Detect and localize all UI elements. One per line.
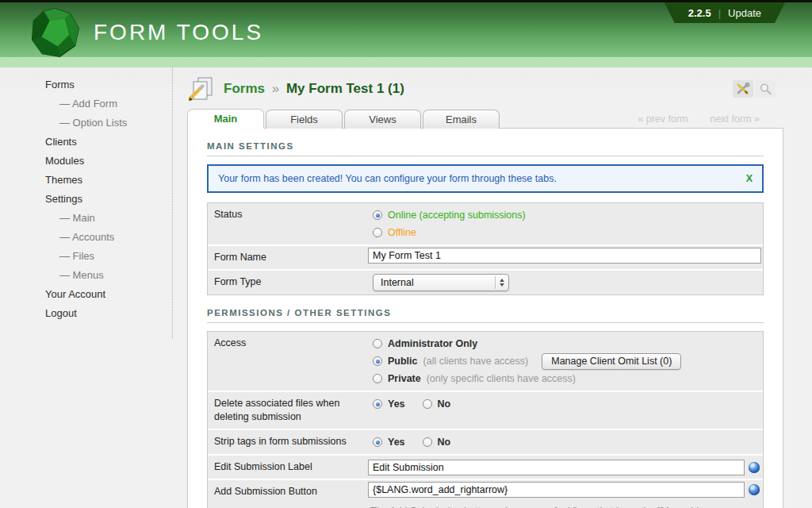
sidebar-item-option-lists[interactable]: — Option Lists: [45, 117, 172, 128]
version-number: 2.2.5: [688, 7, 711, 19]
edit-submission-label-input[interactable]: [368, 460, 745, 475]
globe-translate-icon[interactable]: [749, 462, 760, 473]
update-link[interactable]: Update: [728, 7, 761, 19]
add-submission-button-input[interactable]: [368, 482, 745, 498]
app-header: FORM TOOLS 2.2.5 | Update: [0, 2, 812, 57]
access-public-radio[interactable]: [373, 356, 382, 366]
next-form-link[interactable]: next form »: [710, 114, 760, 125]
formtools-gem-icon: [29, 6, 81, 59]
status-offline-radio[interactable]: [373, 228, 382, 237]
delete-files-label: Delete associated files when deleting su…: [208, 392, 366, 429]
form-type-selected-value: Internal: [381, 277, 495, 288]
strip-tags-row: Strip tags in form submissions Yes No: [208, 430, 763, 456]
edit-submission-cell: [366, 456, 763, 479]
version-tab: 2.2.5 | Update: [665, 2, 785, 23]
sidebar-item-menus[interactable]: — Menus: [45, 270, 172, 280]
strip-tags-label: Strip tags in form submissions: [208, 430, 366, 454]
prev-form-link[interactable]: « prev form: [638, 114, 688, 125]
delete-files-options: Yes No: [366, 392, 763, 429]
sidebar-item-settings-main[interactable]: — Main: [45, 213, 172, 223]
form-name-label: Form Name: [208, 246, 366, 269]
add-submission-label: Add Submission Button: [208, 480, 366, 508]
sidebar-item-your-account[interactable]: Your Account: [45, 289, 172, 299]
header-toolbar: [733, 80, 776, 98]
sidebar-item-themes[interactable]: Themes: [45, 175, 172, 185]
sidebar: Forms — Add Form — Option Lists Clients …: [0, 67, 173, 338]
sidebar-item-add-form[interactable]: — Add Form: [45, 98, 172, 109]
status-online-radio[interactable]: [373, 210, 382, 220]
delete-files-row: Delete associated files when deleting su…: [208, 392, 763, 430]
form-type-select[interactable]: Internal: [373, 274, 509, 291]
status-online-label[interactable]: Online (accepting submissions): [388, 210, 526, 221]
strip-tags-no-radio[interactable]: [423, 437, 432, 447]
edit-submission-label-row: Edit Submission Label: [208, 456, 763, 480]
breadcrumb: Forms » My Form Test 1 (1): [224, 81, 404, 97]
page: FORM TOOLS 2.2.5 | Update Forms — Add Fo…: [0, 0, 812, 508]
select-stepper-icon: [495, 276, 504, 289]
delete-files-no-radio[interactable]: [423, 399, 432, 409]
access-public-note: (all clients have access): [423, 356, 529, 367]
add-submission-help-text: The Add Submission button only appears f…: [368, 498, 760, 508]
delete-files-yes-radio[interactable]: [373, 399, 382, 409]
tab-fields[interactable]: Fields: [266, 110, 343, 129]
strip-tags-options: Yes No: [366, 430, 763, 454]
sidebar-item-accounts[interactable]: — Accounts: [45, 232, 172, 242]
sidebar-item-modules[interactable]: Modules: [45, 156, 172, 166]
permissions-heading: PERMISSIONS / OTHER SETTINGS: [207, 308, 764, 323]
manage-client-omit-list-button[interactable]: Manage Client Omit List (0): [542, 353, 681, 370]
strip-tags-yes-label[interactable]: Yes: [388, 437, 405, 448]
delete-files-no-label[interactable]: No: [438, 398, 451, 410]
access-admin-label[interactable]: Administrator Only: [388, 338, 477, 349]
access-admin-radio[interactable]: [373, 339, 382, 348]
access-private-radio[interactable]: [373, 374, 382, 383]
search-icon: [759, 83, 772, 95]
content-panel: MAIN SETTINGS Your form has been created…: [187, 128, 783, 508]
form-pager: « prev form next form »: [638, 114, 783, 129]
logo[interactable]: FORM TOOLS: [29, 6, 263, 59]
page-title: My Form Test 1 (1): [286, 81, 404, 96]
status-label: Status: [208, 203, 366, 244]
edit-tools-button[interactable]: [733, 80, 753, 98]
strip-tags-no-label[interactable]: No: [438, 437, 451, 448]
status-offline-label[interactable]: Offline: [388, 227, 416, 238]
globe-translate-icon[interactable]: [749, 484, 760, 495]
form-type-row: Form Type Internal: [208, 271, 763, 294]
edit-submission-label: Edit Submission Label: [208, 456, 366, 479]
status-options: Online (accepting submissions) Offline: [366, 203, 763, 244]
sidebar-item-clients[interactable]: Clients: [45, 137, 172, 147]
form-type-cell: Internal: [366, 271, 763, 294]
sidebar-item-logout[interactable]: Logout: [45, 308, 172, 318]
breadcrumb-forms-link[interactable]: Forms: [224, 81, 265, 96]
notification-close-button[interactable]: X: [746, 173, 753, 184]
access-row: Access Administrator Only Public (all cl…: [208, 332, 763, 392]
sidebar-item-settings[interactable]: Settings: [45, 194, 172, 204]
notification-box: Your form has been created! You can conf…: [207, 164, 764, 193]
tab-views[interactable]: Views: [344, 110, 421, 129]
notification-message: Your form has been created! You can conf…: [218, 173, 557, 184]
access-options: Administrator Only Public (all clients h…: [366, 332, 763, 391]
sidebar-item-files[interactable]: — Files: [45, 251, 172, 261]
status-row: Status Online (accepting submissions) Of…: [208, 203, 763, 246]
access-label: Access: [208, 332, 366, 391]
version-separator: |: [718, 7, 721, 19]
tab-main[interactable]: Main: [187, 109, 264, 129]
strip-tags-yes-radio[interactable]: [373, 437, 382, 447]
logo-text: FORM TOOLS: [94, 20, 263, 45]
search-button[interactable]: [755, 80, 776, 98]
add-submission-cell: The Add Submission button only appears f…: [366, 480, 763, 508]
main-settings-table: Status Online (accepting submissions) Of…: [207, 202, 764, 295]
permissions-table: Access Administrator Only Public (all cl…: [207, 331, 764, 508]
access-public-label[interactable]: Public: [388, 356, 418, 367]
access-private-label[interactable]: Private: [388, 373, 421, 384]
tools-icon: [736, 83, 750, 95]
breadcrumb-separator: »: [269, 81, 282, 96]
tab-emails[interactable]: Emails: [423, 110, 500, 129]
access-private-note: (only specific clients have access): [427, 373, 576, 384]
add-submission-button-row: Add Submission Button The Add Submission…: [208, 480, 763, 508]
delete-files-yes-label[interactable]: Yes: [388, 398, 405, 410]
edit-form-icon: [187, 76, 216, 102]
form-name-cell: [366, 246, 763, 269]
sidebar-item-forms[interactable]: Forms: [45, 79, 172, 90]
form-name-input[interactable]: [368, 248, 761, 264]
tab-bar: Main Fields Views Emails « prev form nex…: [187, 109, 783, 129]
